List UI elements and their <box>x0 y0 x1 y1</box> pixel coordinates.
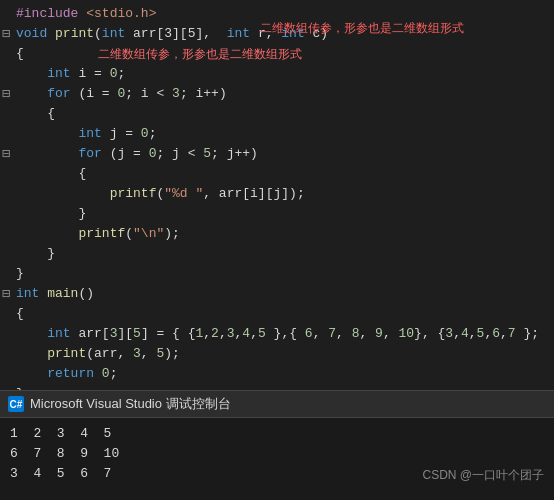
annotation: 二维数组传参，形参也是二维数组形式 <box>98 47 302 61</box>
console-title: Microsoft Visual Studio 调试控制台 <box>30 395 231 413</box>
line-content-16: { <box>14 304 554 324</box>
line-content-14: } <box>14 264 554 284</box>
line-content-9: { <box>14 164 554 184</box>
code-line-11: } <box>0 204 554 224</box>
line-content-18: print(arr, 3, 5); <box>14 344 554 364</box>
console-output-2: 6 7 8 9 10 <box>10 444 544 464</box>
code-line-10: printf("%d ", arr[i][j]); <box>0 184 554 204</box>
line-content-19: return 0; <box>14 364 554 384</box>
code-line-7: int j = 0; <box>0 124 554 144</box>
code-line-17: int arr[3][5] = { {1,2,3,4,5 },{ 6, 7, 8… <box>0 324 554 344</box>
code-line-18: print(arr, 3, 5); <box>0 344 554 364</box>
code-line-4: int i = 0; <box>0 64 554 84</box>
line-content-11: } <box>14 204 554 224</box>
code-line-8: ⊟ for (j = 0; j < 5; j++) <box>0 144 554 164</box>
code-line-13: } <box>0 244 554 264</box>
code-line-6: { <box>0 104 554 124</box>
vs-icon-label: C# <box>10 399 23 410</box>
code-annotation: 二维数组传参，形参也是二维数组形式 <box>260 20 464 37</box>
console-area: C# Microsoft Visual Studio 调试控制台 1 2 3 4… <box>0 390 554 500</box>
editor-area: #include <stdio.h> ⊟ void print(int arr[… <box>0 0 554 390</box>
gutter-5: ⊟ <box>0 84 14 104</box>
line-content-6: { <box>14 104 554 124</box>
code-line-14: } <box>0 264 554 284</box>
line-content-13: } <box>14 244 554 264</box>
code-line-9: { <box>0 164 554 184</box>
console-credit: CSDN @一口叶个团子 <box>422 467 544 484</box>
gutter-8: ⊟ <box>0 144 14 164</box>
code-line-19: return 0; <box>0 364 554 384</box>
code-line-16: { <box>0 304 554 324</box>
gutter-2: ⊟ <box>0 24 14 44</box>
gutter-15: ⊟ <box>0 284 14 304</box>
console-header: C# Microsoft Visual Studio 调试控制台 <box>0 391 554 418</box>
vs-icon: C# <box>8 396 24 412</box>
code-line-20: } <box>0 384 554 390</box>
code-line-12: printf("\n"); <box>0 224 554 244</box>
console-output-1: 1 2 3 4 5 <box>10 424 544 444</box>
line-content-20: } <box>14 384 554 390</box>
line-content-7: int j = 0; <box>14 124 554 144</box>
line-content-17: int arr[3][5] = { {1,2,3,4,5 },{ 6, 7, 8… <box>14 324 554 344</box>
line-content-15: int main() <box>14 284 554 304</box>
line-content-5: for (i = 0; i < 3; i++) <box>14 84 554 104</box>
line-content-4: int i = 0; <box>14 64 554 84</box>
code-line-5: ⊟ for (i = 0; i < 3; i++) <box>0 84 554 104</box>
console-body: 1 2 3 4 5 6 7 8 9 10 3 4 5 6 7 CSDN @一口叶… <box>0 418 554 490</box>
line-content-10: printf("%d ", arr[i][j]); <box>14 184 554 204</box>
code-line-15: ⊟ int main() <box>0 284 554 304</box>
line-content-12: printf("\n"); <box>14 224 554 244</box>
line-content-8: for (j = 0; j < 5; j++) <box>14 144 554 164</box>
